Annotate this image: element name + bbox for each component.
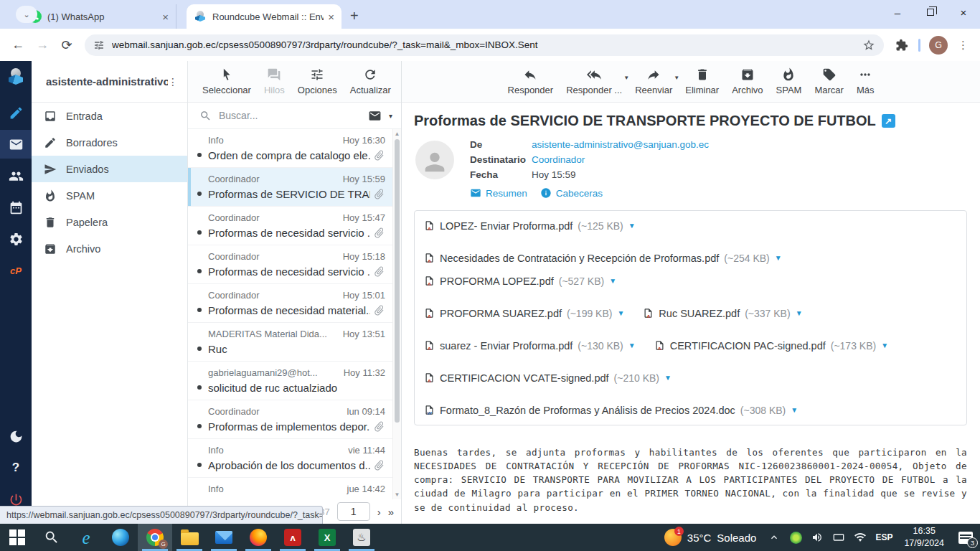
attachment-menu-caret-icon[interactable]: ▼ [881,342,888,349]
display-cast-icon[interactable] [828,524,849,551]
tab-search-icon[interactable]: ⌄ [16,6,37,23]
next-page-icon[interactable]: › [377,506,381,518]
nav-settings[interactable] [0,225,32,253]
folder-item[interactable]: Papelera [32,209,187,235]
tab-roundcube[interactable]: Roundcube Webmail :: Enviados × [187,4,341,29]
close-tab-icon[interactable]: × [162,11,169,23]
action-center-button[interactable]: 3 [951,524,980,551]
firefox-button[interactable] [241,524,275,551]
message-row[interactable]: Info vie 11:44 Aprobación de los documen… [188,439,401,478]
nav-contacts[interactable] [0,161,32,190]
search-scope-mail-icon[interactable] [368,109,382,123]
wifi-icon[interactable] [849,524,871,551]
attachment-chip[interactable]: ʌ Ruc SUAREZ.pdf (~337 KB) ▼ [643,306,802,320]
attachment-chip[interactable]: ʌ Necesidades de Contratación y Recepció… [424,251,782,265]
attachment-chip[interactable]: ʌ CERTIFICACION PAC-signed.pdf (~173 KB)… [654,339,888,352]
folder-item[interactable]: Borradores [32,129,187,156]
java-app-button[interactable]: ♨ [344,524,379,551]
edge-button[interactable] [103,524,138,551]
nav-cpanel[interactable]: cP [0,256,32,285]
attachment-chip[interactable]: ʌ PROFORMA LOPEZ.pdf (~527 KB) ▼ [424,274,616,288]
attachment-menu-caret-icon[interactable]: ▼ [775,254,782,262]
close-tab-icon[interactable]: × [328,11,334,23]
list-toolbar-button[interactable]: Seleccionar [197,66,257,97]
attachment-chip[interactable]: ʌ suarez - Enviar Proforma.pdf (~130 KB)… [424,339,636,352]
folder-item[interactable]: Entrada [32,103,187,129]
open-in-new-window-icon[interactable]: ↗ [882,114,895,128]
new-tab-button[interactable]: + [350,8,359,24]
taskbar-weather[interactable]: 1 35°C Soleado [657,529,764,546]
reader-toolbar-button[interactable]: Responder [502,66,560,97]
excel-button[interactable]: X [310,524,344,551]
help-button[interactable]: ? [0,453,32,482]
mail-app-button[interactable] [207,524,241,551]
message-row[interactable]: Coordinador Hoy 15:18 Proformas de neces… [188,245,401,284]
attachment-chip[interactable]: ʌ LOPEZ- Enviar Proforma.pdf (~125 KB) ▼ [424,219,636,232]
header-action-link[interactable]: Resumen [470,187,527,199]
message-row[interactable]: MADERITAS Material Dida... Hoy 13:51 Ruc [188,323,401,362]
reader-toolbar-button[interactable]: Eliminar [679,66,725,97]
attachment-menu-caret-icon[interactable]: ▼ [796,309,803,317]
chevron-down-icon[interactable]: ▾ [389,112,392,120]
attachment-chip[interactable]: ʌ PROFORMA SUAREZ.pdf (~199 KB) ▼ [424,306,624,320]
attachment-menu-caret-icon[interactable]: ▼ [664,374,672,382]
attachment-menu-caret-icon[interactable]: ▼ [617,309,624,317]
browser-menu-icon[interactable]: ⋮ [958,39,969,52]
folder-item[interactable]: Archivo [32,235,187,262]
reader-toolbar-button[interactable]: Marcar [809,66,849,97]
attachment-chip[interactable]: ʌ CERTIFICACION VCATE-signed.pdf (~210 K… [424,371,672,385]
dark-mode-button[interactable] [0,422,32,451]
compose-button[interactable] [0,98,32,127]
acrobat-button[interactable]: ʌ [275,524,310,551]
nav-mail[interactable] [0,130,32,159]
list-toolbar-button[interactable]: Hilos [258,66,291,97]
scrollbar-thumb[interactable] [395,139,400,423]
header-action-link[interactable]: Cabeceras [540,187,603,199]
attachment-menu-caret-icon[interactable]: ▼ [628,342,636,349]
taskbar-search-button[interactable] [34,524,69,551]
file-explorer-button[interactable] [172,524,207,551]
antivirus-tray-icon[interactable] [785,524,806,551]
list-toolbar-button[interactable]: Opciones [292,66,343,97]
chrome-button[interactable]: G [138,524,172,551]
nav-calendar[interactable] [0,193,32,222]
reader-toolbar-button[interactable]: SPAM [771,66,808,97]
start-button[interactable] [0,524,34,551]
message-row[interactable]: gabrielaguamani29@hot... Hoy 11:32 solic… [188,362,401,400]
message-row[interactable]: Coordinador lun 09:14 Proformas de imple… [188,400,401,439]
taskbar-clock[interactable]: 16:35 17/9/2024 [897,525,951,550]
scroll-up-icon[interactable]: ▲ [393,131,401,137]
back-button[interactable]: ← [6,33,30,57]
tab-whatsapp[interactable]: (1) WhatsApp × [22,4,176,29]
bookmark-star-icon[interactable] [862,39,875,52]
attachment-menu-caret-icon[interactable]: ▼ [628,222,636,230]
folder-item[interactable]: SPAM [32,182,187,209]
reader-toolbar-button[interactable]: ▼ Responder ... [560,66,628,97]
message-row[interactable]: Coordinador Hoy 15:47 Proformas de neces… [188,207,401,245]
profile-avatar[interactable]: G [929,36,948,55]
internet-explorer-button[interactable]: e [69,524,103,551]
volume-icon[interactable] [806,524,828,551]
restore-button[interactable] [914,0,947,24]
folder-item[interactable]: Enviados [32,156,187,182]
page-number-input[interactable] [337,502,370,521]
reload-button[interactable]: ⟳ [55,33,79,57]
scroll-down-icon[interactable]: ▼ [393,491,401,498]
account-menu-icon[interactable]: ⋮ [168,76,179,88]
attachment-menu-caret-icon[interactable]: ▼ [609,277,616,285]
attachment-chip[interactable]: w Formato_8_Razón de Proformas y Análisi… [424,403,798,417]
forward-button[interactable]: → [30,33,55,57]
list-scrollbar[interactable]: ▲ ▼ [392,129,401,499]
hidden-icons-chevron-icon[interactable] [763,524,785,551]
list-toolbar-button[interactable]: Actualizar [344,66,397,97]
message-row[interactable]: Coordinador Hoy 15:01 Proformas de neces… [188,284,401,323]
search-input[interactable] [219,110,361,121]
site-settings-icon[interactable] [93,39,105,51]
url-text[interactable]: webmail.sanjuan.gob.ec/cpsess0500890797/… [112,39,858,50]
close-window-button[interactable]: × [947,0,980,24]
last-page-icon[interactable]: » [388,506,394,518]
reader-toolbar-button[interactable]: ▼ Reenviar [629,66,678,97]
address-bar[interactable]: webmail.sanjuan.gob.ec/cpsess0500890797/… [85,34,884,56]
reader-toolbar-button[interactable]: Archivo [726,66,768,97]
attachment-menu-caret-icon[interactable]: ▼ [791,406,798,414]
